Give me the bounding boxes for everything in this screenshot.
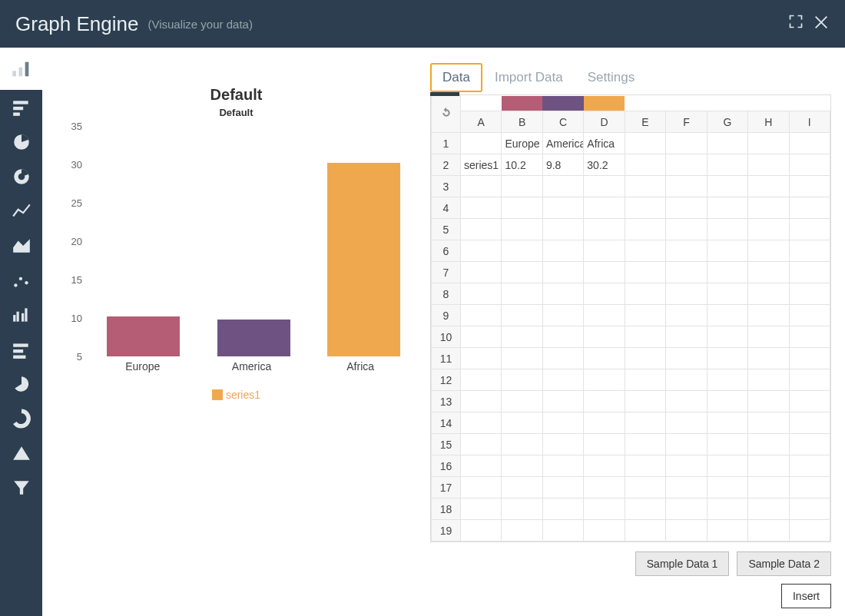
grid-cell[interactable] — [584, 391, 625, 412]
row-header[interactable]: 17 — [432, 477, 461, 498]
grid-cell[interactable] — [542, 197, 583, 219]
grid-cell[interactable] — [625, 498, 665, 520]
grid-cell[interactable] — [707, 412, 747, 434]
grid-cell[interactable] — [748, 283, 789, 305]
grid-cell[interactable] — [707, 520, 747, 541]
grid-cell[interactable] — [666, 391, 707, 412]
grid-cell[interactable] — [666, 412, 707, 434]
data-grid[interactable]: ABCDEFGHI1EuropeAmericaAfrica2series110.… — [431, 95, 830, 541]
grid-cell[interactable] — [542, 283, 583, 305]
grid-cell[interactable] — [502, 391, 542, 412]
grid-cell[interactable] — [584, 369, 625, 391]
grid-cell[interactable] — [789, 219, 830, 240]
grid-cell[interactable] — [625, 176, 665, 197]
grid-cell[interactable] — [542, 348, 583, 369]
grid-cell[interactable] — [542, 412, 583, 434]
tab-data[interactable]: Data — [430, 63, 482, 92]
grid-cell[interactable] — [789, 434, 830, 455]
grid-cell[interactable] — [625, 133, 665, 154]
grid-cell[interactable] — [666, 133, 707, 154]
grid-cell[interactable] — [502, 520, 542, 541]
grid-cell[interactable] — [584, 240, 625, 262]
grid-cell[interactable] — [542, 498, 583, 520]
grid-cell[interactable] — [748, 133, 789, 154]
grid-cell[interactable] — [748, 477, 789, 498]
grid-cell[interactable] — [748, 348, 789, 369]
grid-cell[interactable] — [666, 176, 707, 197]
grid-cell[interactable] — [748, 219, 789, 240]
grid-cell[interactable]: 30.2 — [584, 154, 625, 176]
row-header[interactable]: 16 — [432, 455, 461, 477]
column-header[interactable]: A — [461, 111, 502, 133]
row-header[interactable]: 10 — [432, 326, 461, 348]
grid-cell[interactable] — [502, 477, 542, 498]
row-header[interactable]: 6 — [432, 240, 461, 262]
grid-cell[interactable] — [584, 348, 625, 369]
grid-cell[interactable]: Europe — [502, 133, 542, 154]
row-header[interactable]: 7 — [432, 262, 461, 283]
grid-cell[interactable] — [461, 133, 502, 154]
grid-cell[interactable] — [542, 219, 583, 240]
grid-cell[interactable] — [789, 455, 830, 477]
grid-cell[interactable] — [625, 412, 665, 434]
grid-cell[interactable] — [789, 176, 830, 197]
row-header[interactable]: 4 — [432, 197, 461, 219]
grid-cell[interactable] — [789, 520, 830, 541]
grid-cell[interactable] — [542, 326, 583, 348]
grid-cell[interactable] — [707, 498, 747, 520]
sidebar-item-donut[interactable] — [0, 159, 42, 194]
row-header[interactable]: 15 — [432, 434, 461, 455]
grid-cell[interactable] — [584, 326, 625, 348]
grid-cell[interactable] — [789, 498, 830, 520]
grid-cell[interactable] — [748, 455, 789, 477]
grid-cell[interactable] — [789, 348, 830, 369]
grid-cell[interactable] — [502, 197, 542, 219]
grid-cell[interactable] — [748, 498, 789, 520]
grid-cell[interactable] — [502, 305, 542, 326]
column-header[interactable]: H — [748, 111, 789, 133]
grid-cell[interactable] — [707, 240, 747, 262]
grid-cell[interactable] — [748, 176, 789, 197]
grid-cell[interactable] — [461, 176, 502, 197]
column-header[interactable]: D — [584, 111, 625, 133]
grid-cell[interactable] — [625, 520, 665, 541]
grid-cell[interactable] — [461, 434, 502, 455]
grid-cell[interactable] — [748, 520, 789, 541]
grid-cell[interactable] — [502, 262, 542, 283]
grid-cell[interactable] — [666, 477, 707, 498]
grid-cell[interactable] — [625, 240, 665, 262]
grid-cell[interactable] — [707, 348, 747, 369]
grid-cell[interactable] — [707, 154, 747, 176]
grid-cell[interactable] — [461, 391, 502, 412]
grid-cell[interactable] — [666, 305, 707, 326]
sidebar-item-funnel[interactable] — [0, 470, 42, 505]
grid-cell[interactable] — [789, 391, 830, 412]
grid-cell[interactable] — [748, 434, 789, 455]
grid-cell[interactable] — [461, 369, 502, 391]
grid-cell[interactable] — [542, 369, 583, 391]
grid-cell[interactable] — [707, 477, 747, 498]
grid-cell[interactable] — [584, 520, 625, 541]
grid-cell[interactable] — [461, 305, 502, 326]
column-header[interactable]: B — [502, 111, 542, 133]
grid-cell[interactable] — [461, 283, 502, 305]
grid-cell[interactable] — [584, 498, 625, 520]
grid-cell[interactable] — [625, 305, 665, 326]
grid-cell[interactable] — [625, 348, 665, 369]
sidebar-item-column-chart[interactable] — [0, 48, 42, 90]
column-header[interactable]: I — [789, 111, 830, 133]
grid-cell[interactable] — [584, 305, 625, 326]
grid-cell[interactable] — [584, 477, 625, 498]
grid-cell[interactable] — [666, 283, 707, 305]
grid-cell[interactable] — [707, 391, 747, 412]
sidebar-item-line[interactable] — [0, 194, 42, 228]
grid-cell[interactable] — [666, 369, 707, 391]
grid-cell[interactable] — [542, 520, 583, 541]
grid-cell[interactable] — [584, 197, 625, 219]
row-header[interactable]: 3 — [432, 176, 461, 197]
row-header[interactable]: 9 — [432, 305, 461, 326]
grid-cell[interactable] — [625, 391, 665, 412]
grid-cell[interactable] — [584, 455, 625, 477]
grid-cell[interactable] — [542, 262, 583, 283]
grid-cell[interactable] — [584, 176, 625, 197]
